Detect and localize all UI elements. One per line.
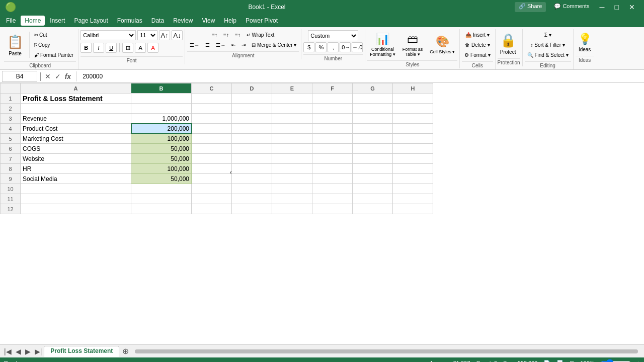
cell-B9[interactable]: 50,000 [131, 174, 192, 184]
decrease-decimal-button[interactable]: ←.0 [352, 42, 363, 52]
cell-A12[interactable] [21, 204, 131, 214]
cell-E11[interactable] [272, 194, 312, 204]
sort-filter-button[interactable]: ↕ Sort & Filter ▾ [528, 40, 567, 49]
cancel-formula-button[interactable]: ✕ [44, 72, 52, 80]
cell-F7[interactable] [312, 154, 353, 164]
cell-C8[interactable]: ⊕ [192, 164, 232, 174]
cell-G3[interactable] [353, 114, 393, 124]
cell-H8[interactable] [393, 164, 433, 174]
tab-nav-prev[interactable]: ◀ [14, 347, 23, 355]
cell-D5[interactable] [232, 134, 272, 144]
cell-E3[interactable] [272, 114, 312, 124]
format-painter-button[interactable]: 🖌Format Painter [32, 50, 76, 59]
cell-C1[interactable] [192, 94, 232, 104]
cell-D2[interactable] [232, 104, 272, 114]
cell-E8[interactable] [272, 164, 312, 174]
tab-nav-first[interactable]: |◀ [2, 347, 14, 355]
cell-styles-button[interactable]: 🎨 Cell Styles ▾ [427, 33, 457, 56]
cell-A5[interactable]: Marketing Cost [21, 134, 131, 144]
col-header-b[interactable]: B [131, 83, 192, 94]
number-format-select[interactable]: Custom General Number Currency Accountin… [308, 30, 358, 41]
cut-button[interactable]: ✂Cut [32, 30, 76, 39]
col-header-h[interactable]: H [393, 83, 433, 94]
align-center-button[interactable]: ☰ [203, 40, 212, 49]
view-layout-icon[interactable]: 📃 [556, 360, 564, 363]
row-header-1[interactable]: 1 [1, 94, 21, 104]
cell-B12[interactable] [131, 204, 192, 214]
row-header-10[interactable]: 10 [1, 184, 21, 194]
cell-C4[interactable] [192, 124, 232, 134]
fill-color-button[interactable]: A [135, 43, 146, 53]
cell-F10[interactable] [312, 184, 353, 194]
cell-B1[interactable] [131, 94, 192, 104]
cell-D6[interactable] [232, 144, 272, 154]
indent-increase-button[interactable]: ⇥ [239, 40, 248, 49]
col-header-g[interactable]: G [353, 83, 393, 94]
format-button[interactable]: ⚙ Format ▾ [462, 50, 493, 59]
comma-button[interactable]: , [328, 42, 339, 52]
cell-F1[interactable] [312, 94, 353, 104]
align-top-right-button[interactable]: ≡↑ [232, 30, 243, 39]
copy-button[interactable]: ⎘Copy [32, 40, 76, 49]
cell-F11[interactable] [312, 194, 353, 204]
cell-C6[interactable] [192, 144, 232, 154]
font-color-button[interactable]: A [147, 43, 158, 53]
cell-A9[interactable]: Social Media [21, 174, 131, 184]
indent-decrease-button[interactable]: ⇤ [229, 40, 238, 49]
borders-button[interactable]: ⊞ [122, 43, 133, 53]
col-header-f[interactable]: F [312, 83, 353, 94]
sheet-tab-profit-loss[interactable]: Profit Loss Statement [44, 346, 119, 357]
underline-button[interactable]: U [106, 43, 117, 53]
cell-B11[interactable] [131, 194, 192, 204]
cell-G12[interactable] [353, 204, 393, 214]
italic-button[interactable]: I [93, 43, 104, 53]
comments-button[interactable]: 💬 Comments [550, 2, 593, 12]
cell-D12[interactable] [232, 204, 272, 214]
menu-view[interactable]: View [198, 16, 219, 26]
sum-button[interactable]: Σ ▾ [542, 30, 554, 39]
cell-E7[interactable] [272, 154, 312, 164]
cell-H5[interactable] [393, 134, 433, 144]
insert-function-button[interactable]: fx [64, 72, 72, 80]
tab-nav-last[interactable]: ▶| [33, 347, 44, 355]
row-header-6[interactable]: 6 [1, 144, 21, 154]
cell-G8[interactable] [353, 164, 393, 174]
cell-C5[interactable] [192, 134, 232, 144]
menu-page-layout[interactable]: Page Layout [70, 16, 112, 26]
protect-button[interactable]: 🔒 Protect [498, 30, 519, 56]
find-select-button[interactable]: 🔍 Find & Select ▾ [525, 50, 571, 59]
cell-A6[interactable]: COGS [21, 144, 131, 154]
cell-C9[interactable] [192, 174, 232, 184]
cell-A10[interactable] [21, 184, 131, 194]
cell-D3[interactable] [232, 114, 272, 124]
view-break-icon[interactable]: ⊞ [570, 360, 574, 363]
cell-B4[interactable]: 200,000 [131, 124, 192, 134]
cell-F4[interactable] [312, 124, 353, 134]
row-header-4[interactable]: 4 [1, 124, 21, 134]
cell-D9[interactable] [232, 174, 272, 184]
row-header-8[interactable]: 8 [1, 164, 21, 174]
align-top-center-button[interactable]: ≡↑ [221, 30, 231, 39]
cell-E6[interactable] [272, 144, 312, 154]
cell-H3[interactable] [393, 114, 433, 124]
cell-F3[interactable] [312, 114, 353, 124]
cell-B5[interactable]: 100,000 [131, 134, 192, 144]
cell-E1[interactable] [272, 94, 312, 104]
cell-D8[interactable] [232, 164, 272, 174]
font-size-select[interactable]: 11 [137, 30, 157, 40]
cell-D7[interactable] [232, 154, 272, 164]
cell-E12[interactable] [272, 204, 312, 214]
cell-G10[interactable] [353, 184, 393, 194]
ideas-button[interactable]: 💡 Ideas [576, 30, 594, 54]
cell-A4[interactable]: Product Cost [21, 124, 131, 134]
wrap-text-button[interactable]: ↵ Wrap Text [244, 30, 277, 39]
cell-G2[interactable] [353, 104, 393, 114]
cell-F9[interactable] [312, 174, 353, 184]
menu-review[interactable]: Review [169, 16, 197, 26]
cell-F2[interactable] [312, 104, 353, 114]
merge-center-button[interactable]: ⊟ Merge & Center ▾ [249, 40, 299, 49]
cell-G9[interactable] [353, 174, 393, 184]
maximize-button[interactable]: □ [611, 2, 623, 12]
menu-file[interactable]: File [2, 16, 20, 26]
cell-D11[interactable] [232, 194, 272, 204]
